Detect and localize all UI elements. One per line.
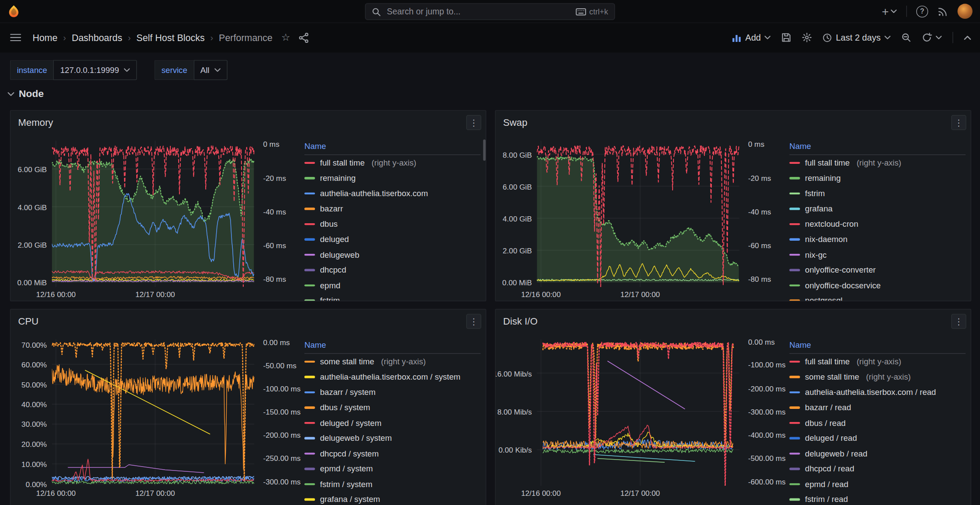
legend-item[interactable]: some stall time(right y-axis)	[304, 354, 481, 369]
panel-title[interactable]: Memory	[18, 117, 53, 128]
dashboard-settings-button[interactable]	[802, 32, 812, 42]
legend-swatch	[790, 391, 800, 393]
new-button[interactable]: +	[882, 5, 897, 17]
breadcrumb-separator: ›	[210, 32, 214, 42]
legend-item[interactable]: epmd / read	[790, 477, 966, 492]
legend-item[interactable]: grafana / system	[304, 492, 481, 505]
chart-plot[interactable]	[537, 339, 739, 486]
legend-swatch	[790, 253, 800, 256]
chart-plot[interactable]	[52, 141, 255, 287]
legend-item[interactable]: dhcpcd / read	[790, 461, 966, 476]
legend-item[interactable]: bazarr / read	[790, 400, 966, 415]
legend-item[interactable]: remaining	[304, 170, 481, 186]
add-button[interactable]: Add	[732, 32, 771, 42]
axis-tick-label: 0.00 ms	[263, 338, 290, 347]
row-toggle[interactable]: Node	[7, 88, 44, 100]
legend-header[interactable]: Name	[790, 337, 966, 354]
share-button[interactable]	[299, 32, 309, 43]
legend-item[interactable]: delugeweb	[304, 247, 481, 262]
axis-tick-label: -40 ms	[263, 208, 286, 216]
legend-item[interactable]: epmd / system	[304, 461, 481, 476]
panel-title[interactable]: Swap	[503, 117, 528, 128]
legend-header[interactable]: Name	[790, 138, 966, 155]
legend-item[interactable]: dbus	[304, 216, 481, 232]
legend-item[interactable]: nix-gc	[790, 247, 966, 262]
legend-item[interactable]: onlyoffice-docservice	[790, 277, 966, 293]
axis-tick-label: 0.00 MiB	[17, 278, 47, 287]
save-button[interactable]	[781, 32, 791, 42]
legend-item[interactable]: deluged	[304, 232, 481, 247]
legend-item[interactable]: authelia-authelia.tiserbox.com / system	[304, 369, 481, 384]
time-range-picker[interactable]: Last 2 days	[823, 32, 890, 42]
legend-scrollbar[interactable]	[483, 139, 486, 161]
legend-item[interactable]: authelia-authelia.tiserbox.com	[304, 186, 481, 201]
help-button[interactable]: ?	[916, 5, 928, 17]
legend-item[interactable]: onlyoffice-converter	[790, 262, 966, 277]
legend-item[interactable]: dhcpcd	[304, 262, 481, 277]
legend-item[interactable]: fstrim	[790, 186, 966, 201]
panel: Memory ⋮ 6.00 GiB4.00 GiB2.00 GiB0.00 Mi…	[10, 110, 487, 301]
legend-item[interactable]: grafana	[790, 201, 966, 216]
axis-tick-label: 0 ms	[263, 140, 280, 149]
legend-rows: full stall time(right y-axis)remainingau…	[304, 155, 481, 301]
legend-item[interactable]: full stall time(right y-axis)	[790, 155, 966, 170]
refresh-button[interactable]	[922, 32, 942, 42]
legend-item[interactable]: postgresql	[790, 293, 966, 301]
breadcrumb-item[interactable]: Dashboards	[72, 32, 122, 43]
legend-item[interactable]: dbus / system	[304, 400, 481, 415]
panel-menu-button[interactable]: ⋮	[951, 314, 966, 329]
legend-swatch	[790, 467, 800, 470]
legend-item[interactable]: delugeweb / read	[790, 446, 966, 461]
user-avatar[interactable]	[957, 4, 972, 19]
zoom-out-button[interactable]	[901, 32, 911, 42]
axis-tick-label: 8.00 Mib/s	[497, 408, 532, 416]
collapse-toolbar-button[interactable]	[964, 35, 971, 40]
legend-swatch	[304, 437, 315, 439]
legend-item[interactable]: delugeweb / system	[304, 430, 481, 446]
legend-header[interactable]: Name	[304, 138, 481, 155]
panel-title[interactable]: CPU	[18, 316, 39, 327]
variable-select[interactable]: All	[193, 60, 228, 80]
legend-item[interactable]: bazarr	[304, 201, 481, 216]
chart-plot[interactable]	[52, 339, 255, 486]
legend-item[interactable]: remaining	[790, 170, 966, 186]
legend-rows: full stall time(right y-axis)remainingfs…	[790, 155, 966, 301]
legend-label: delugeweb	[320, 250, 359, 259]
legend-item[interactable]: fstrim / read	[790, 492, 966, 505]
legend-item[interactable]: authelia-authelia.tiserbox.com / read	[790, 384, 966, 400]
axis-tick-label: 30.00%	[21, 420, 47, 429]
legend-item[interactable]: full stall time(right y-axis)	[304, 155, 481, 170]
breadcrumb-item[interactable]: Self Host Blocks	[136, 32, 204, 43]
legend-item[interactable]: fstrim	[304, 293, 481, 301]
legend-label: full stall time	[320, 158, 365, 167]
legend-item[interactable]: full stall time(right y-axis)	[790, 354, 966, 369]
news-button[interactable]	[938, 6, 948, 17]
legend-header[interactable]: Name	[304, 337, 481, 354]
legend-item[interactable]: dhcpcd / system	[304, 446, 481, 461]
legend-item[interactable]: deluged / read	[790, 430, 966, 446]
panel-menu-button[interactable]: ⋮	[466, 314, 481, 329]
panel-title[interactable]: Disk I/O	[503, 316, 538, 327]
panel-menu-button[interactable]: ⋮	[951, 115, 966, 130]
legend-item[interactable]: nextcloud-cron	[790, 216, 966, 232]
favorite-button[interactable]: ☆	[281, 32, 290, 42]
legend-item[interactable]: fstrim / system	[304, 477, 481, 492]
legend-label: authelia-authelia.tiserbox.com	[320, 189, 428, 198]
legend-item[interactable]: dbus / read	[790, 415, 966, 430]
variable-select[interactable]: 127.0.0.1:19999	[53, 60, 137, 80]
breadcrumb-item[interactable]: Home	[32, 32, 57, 43]
global-search[interactable]: ctrl+k	[365, 3, 615, 20]
grafana-logo-icon[interactable]	[7, 4, 21, 18]
legend-item[interactable]: bazarr / system	[304, 384, 481, 400]
legend-item[interactable]: some stall time(right y-axis)	[790, 369, 966, 384]
search-input[interactable]	[386, 6, 570, 17]
kebab-icon: ⋮	[469, 316, 478, 326]
panel-menu-button[interactable]: ⋮	[466, 115, 481, 130]
legend-swatch	[304, 483, 315, 485]
menu-button[interactable]	[10, 33, 21, 42]
legend-item[interactable]: deluged / system	[304, 415, 481, 430]
legend-item[interactable]: epmd	[304, 277, 481, 293]
legend-item[interactable]: nix-daemon	[790, 232, 966, 247]
chart-plot[interactable]	[537, 141, 739, 287]
legend-swatch	[790, 360, 800, 363]
